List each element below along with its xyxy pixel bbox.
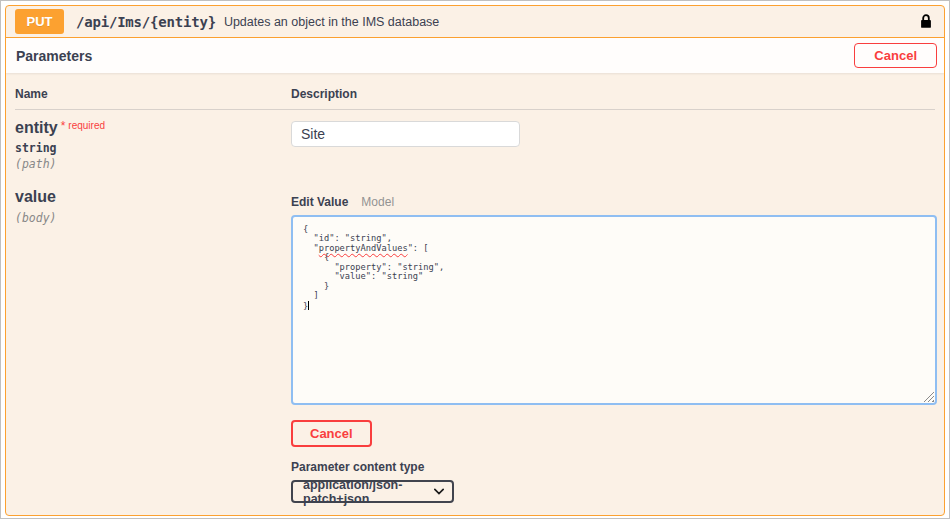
body-editor-text: { "id": "string", "propertyAndValues": [… [303, 225, 925, 311]
parameters-title: Parameters [16, 48, 92, 64]
execute-wrapper: Execute [6, 503, 944, 516]
parameters-table-head: Name Description [15, 73, 935, 110]
body-editor-tabs: Edit Value Model [291, 195, 937, 209]
chevron-down-icon [434, 488, 444, 495]
description-column-header: Description [291, 87, 935, 101]
resize-handle[interactable] [923, 391, 934, 402]
endpoint-summary[interactable]: PUT /api/Ims/{entity} Updates an object … [6, 6, 944, 38]
entity-value-input[interactable] [291, 121, 520, 147]
cancel-try-out-button[interactable]: Cancel [854, 43, 937, 68]
tab-edit-value[interactable]: Edit Value [291, 195, 348, 209]
tab-model[interactable]: Model [361, 195, 394, 209]
authorize-button[interactable] [917, 11, 935, 32]
parameters-table: Name Description entity*required string … [6, 73, 944, 503]
http-method-badge: PUT [15, 9, 64, 34]
content-type-selected-value: application/json-patch+json [303, 478, 428, 506]
entity-param-type: string [15, 141, 291, 155]
content-type-select[interactable]: application/json-patch+json [291, 480, 454, 503]
required-label: required [68, 120, 105, 131]
value-param-name: value [15, 188, 291, 206]
opblock-put: PUT /api/Ims/{entity} Updates an object … [5, 5, 945, 516]
reset-body-cancel-button[interactable]: Cancel [291, 420, 372, 447]
param-row-entity: entity*required string (path) [15, 110, 935, 171]
body-editor-textarea[interactable]: { "id": "string", "propertyAndValues": [… [291, 215, 937, 405]
entity-description-cell [291, 119, 935, 147]
value-name-cell: value (body) [15, 188, 291, 225]
endpoint-description: Updates an object in the IMS database [224, 15, 439, 29]
swagger-page: PUT /api/Ims/{entity} Updates an object … [0, 0, 950, 519]
param-row-value: value (body) Edit Value Model { "id": "s… [15, 188, 935, 503]
entity-param-name: entity [15, 119, 58, 136]
parameter-content-type-label: Parameter content type [291, 460, 937, 474]
value-description-cell: Edit Value Model { "id": "string", "prop… [291, 188, 937, 503]
required-star: * [61, 119, 66, 133]
parameters-section-header: Parameters Cancel [6, 38, 944, 73]
lock-closed-icon [919, 13, 933, 30]
entity-name-cell: entity*required string (path) [15, 119, 291, 171]
entity-param-location: (path) [15, 157, 291, 171]
endpoint-path: /api/Ims/{entity} [76, 14, 216, 30]
name-column-header: Name [15, 87, 291, 101]
value-param-location: (body) [15, 211, 291, 225]
